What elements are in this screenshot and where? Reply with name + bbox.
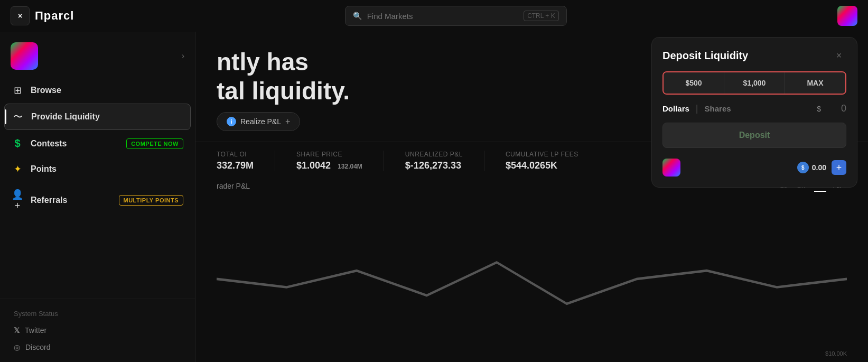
sidebar-item-label: Referrals	[31, 196, 67, 205]
amount-input[interactable]	[825, 103, 846, 114]
amount-type-tabs: Dollars | Shares	[662, 103, 731, 114]
sidebar-item-label: Points	[31, 164, 57, 174]
amount-symbol: $	[817, 105, 821, 113]
stat-label: Unrealized P&L	[405, 151, 463, 158]
stat-label: Cumulative LP Fees	[506, 151, 578, 158]
close-logo-button[interactable]: ×	[11, 6, 30, 25]
sidebar-nav: ⊞ Browse 〜 Provide Liquidity $ Contests …	[0, 78, 195, 218]
avatar[interactable]	[837, 6, 857, 26]
stat-value: $-126,273.33	[405, 160, 463, 171]
balance-amount: 0.00	[812, 163, 826, 172]
chart-svg	[217, 196, 847, 362]
discord-link[interactable]: ◎ Discord	[11, 339, 184, 356]
chevron-right-icon[interactable]: ›	[182, 51, 184, 61]
sidebar-item-browse[interactable]: ⊞ Browse	[4, 78, 191, 103]
stat-label: Total OI	[217, 151, 254, 158]
sidebar-profile-row: ›	[0, 37, 195, 78]
star-icon: ✦	[12, 163, 23, 175]
stat-sub: 132.04M	[338, 163, 362, 170]
stat-share-price: Share Price $1.0042 132.04M	[296, 151, 384, 171]
chart-area: $10.00K	[217, 196, 847, 362]
twitter-label: Twitter	[25, 326, 46, 335]
sidebar-item-label: Browse	[31, 86, 61, 95]
stat-unrealized-pnl: Unrealized P&L $-126,273.33	[405, 151, 484, 171]
sidebar-item-label: Contests	[31, 139, 67, 148]
sidebar: › ⊞ Browse 〜 Provide Liquidity $ Contest…	[0, 32, 195, 362]
discord-label: Discord	[25, 343, 50, 351]
sidebar-item-contests[interactable]: $ Contests COMPETE NOW	[4, 131, 191, 156]
sidebar-footer: System Status 𝕏 Twitter ◎ Discord	[0, 299, 195, 362]
preset-500-button[interactable]: $500	[664, 72, 724, 94]
type-divider: |	[696, 103, 698, 114]
referrals-badge: MULTIPLY POINTS	[119, 195, 183, 206]
search-shortcut: CTRL + K	[524, 11, 559, 21]
chart-price-label: $10.00K	[825, 350, 847, 357]
add-funds-button[interactable]: +	[832, 160, 846, 175]
stat-value: 332.79M	[217, 160, 254, 171]
stat-value: $1.0042 132.04M	[296, 160, 362, 171]
usdc-icon: $	[797, 162, 809, 173]
topbar-left: × Пparcl	[11, 6, 74, 25]
plus-icon: +	[285, 117, 290, 126]
sidebar-item-label: Provide Liquidity	[31, 112, 100, 122]
preset-1000-button[interactable]: $1,000	[724, 72, 785, 94]
chart-title: rader P&L	[217, 182, 250, 190]
search-bar[interactable]: 🔍 CTRL + K	[345, 6, 567, 26]
amount-presets: $500 $1,000 MAX	[662, 71, 846, 95]
realize-pnl-button[interactable]: i Realize P&L +	[217, 112, 300, 131]
stat-cumulative-fees: Cumulative LP Fees $544.0265K	[506, 151, 600, 171]
search-icon: 🔍	[353, 12, 362, 20]
stat-label: Share Price	[296, 151, 362, 158]
contests-badge: COMPETE NOW	[126, 138, 183, 149]
panel-header: Deposit Liquidity ×	[662, 48, 846, 63]
stat-total-oi: Total OI 332.79M	[217, 151, 275, 171]
dollar-icon: $	[12, 137, 23, 150]
sidebar-avatar[interactable]	[11, 42, 38, 70]
amount-type-row: Dollars | Shares $	[662, 103, 846, 114]
sidebar-item-referrals[interactable]: 👤+ Referrals MULTIPLY POINTS	[4, 182, 191, 218]
main-content: ntly has tal liquidity. i Realize P&L + …	[195, 32, 868, 362]
tab-shares[interactable]: Shares	[705, 104, 731, 113]
system-status-label: System Status	[11, 305, 184, 322]
tab-dollars[interactable]: Dollars	[662, 104, 689, 113]
amount-input-group: $	[817, 103, 846, 114]
grid-icon: ⊞	[12, 85, 23, 96]
sidebar-item-provide-liquidity[interactable]: 〜 Provide Liquidity	[4, 104, 191, 130]
hero-title-line1: ntly has	[217, 48, 309, 76]
x-icon: 𝕏	[14, 326, 20, 335]
deposit-liquidity-panel: Deposit Liquidity × $500 $1,000 MAX Doll…	[651, 37, 857, 188]
wallet-row: $ 0.00 +	[662, 156, 846, 177]
chart-section: rader P&L 1d 1w 1m All ▾ $10.00K	[195, 180, 868, 362]
twitter-link[interactable]: 𝕏 Twitter	[11, 322, 184, 339]
sidebar-item-points[interactable]: ✦ Points	[4, 157, 191, 181]
panel-title: Deposit Liquidity	[662, 50, 748, 62]
deposit-button[interactable]: Deposit	[662, 123, 846, 148]
person-plus-icon: 👤+	[12, 189, 23, 211]
preset-max-button[interactable]: MAX	[785, 72, 845, 94]
discord-icon: ◎	[14, 343, 20, 351]
topbar: × Пparcl 🔍 CTRL + K	[0, 0, 868, 32]
wallet-avatar	[662, 159, 680, 177]
wallet-balance: $ 0.00	[797, 162, 826, 173]
stat-value: $544.0265K	[506, 160, 578, 171]
main-layout: › ⊞ Browse 〜 Provide Liquidity $ Contest…	[0, 32, 868, 362]
search-input[interactable]	[367, 12, 518, 21]
wave-icon: 〜	[12, 110, 24, 123]
realize-btn-label: Realize P&L	[240, 117, 281, 126]
info-icon: i	[227, 117, 236, 126]
hero-title-line2: tal liquidity.	[217, 77, 350, 105]
close-panel-button[interactable]: ×	[832, 48, 846, 63]
brand-name: Пparcl	[35, 9, 74, 23]
